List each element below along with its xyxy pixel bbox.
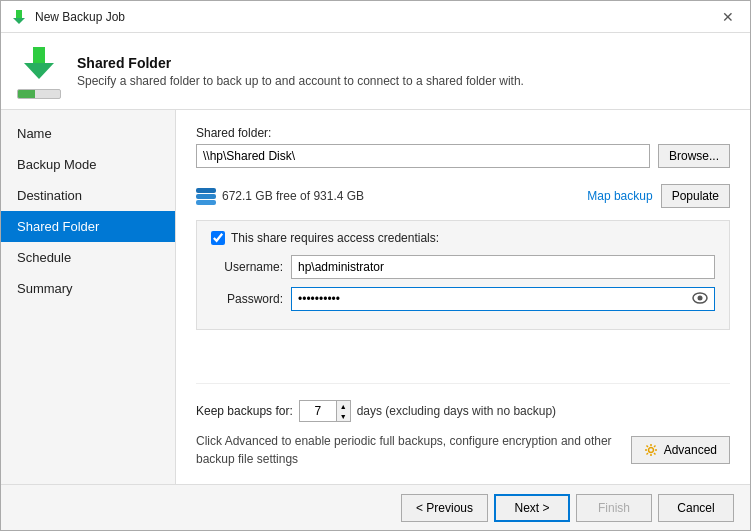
shared-folder-section: Shared folder: Browse... bbox=[196, 126, 730, 168]
header-description: Specify a shared folder to back up to an… bbox=[77, 74, 524, 88]
header-icon-wrap bbox=[17, 43, 61, 99]
disk-actions: Map backup Populate bbox=[587, 184, 730, 208]
shared-folder-input[interactable] bbox=[196, 144, 650, 168]
footer-bar: < Previous Next > Finish Cancel bbox=[1, 484, 750, 530]
sidebar-item-destination[interactable]: Destination bbox=[1, 180, 175, 211]
password-wrap bbox=[291, 287, 715, 311]
finish-button[interactable]: Finish bbox=[576, 494, 652, 522]
advanced-info-text: Click Advanced to enable periodic full b… bbox=[196, 432, 631, 468]
svg-line-13 bbox=[654, 446, 656, 448]
header-band: Shared Folder Specify a shared folder to… bbox=[1, 33, 750, 110]
disk-layers-icon bbox=[196, 188, 216, 205]
disk-info-left: 672.1 GB free of 931.4 GB bbox=[196, 188, 364, 205]
password-row: Password: bbox=[211, 287, 715, 311]
sidebar: Name Backup Mode Destination Shared Fold… bbox=[1, 110, 176, 484]
password-input[interactable] bbox=[292, 288, 686, 310]
dialog-window: New Backup Job ✕ Shared Folder Specify a… bbox=[0, 0, 751, 531]
close-button[interactable]: ✕ bbox=[716, 7, 740, 27]
populate-button[interactable]: Populate bbox=[661, 184, 730, 208]
body-area: Name Backup Mode Destination Shared Fold… bbox=[1, 110, 750, 484]
sidebar-item-summary[interactable]: Summary bbox=[1, 273, 175, 304]
disk-layer-3 bbox=[196, 200, 216, 205]
keep-backups-value[interactable] bbox=[300, 401, 336, 421]
header-text: Shared Folder Specify a shared folder to… bbox=[77, 55, 524, 88]
advanced-button[interactable]: Advanced bbox=[631, 436, 730, 464]
sidebar-item-name[interactable]: Name bbox=[1, 118, 175, 149]
sidebar-item-backup-mode[interactable]: Backup Mode bbox=[1, 149, 175, 180]
advanced-button-label: Advanced bbox=[664, 443, 717, 457]
map-backup-link[interactable]: Map backup bbox=[587, 189, 652, 203]
keep-backups-row: Keep backups for: ▲ ▼ days (excluding da… bbox=[196, 400, 730, 422]
spinner-buttons: ▲ ▼ bbox=[336, 401, 350, 421]
header-progress-bar bbox=[17, 89, 61, 99]
sidebar-item-schedule[interactable]: Schedule bbox=[1, 242, 175, 273]
svg-rect-2 bbox=[33, 47, 45, 63]
shared-folder-input-row: Browse... bbox=[196, 144, 730, 168]
username-row: Username: bbox=[211, 255, 715, 279]
disk-layer-1 bbox=[196, 188, 216, 193]
svg-line-11 bbox=[646, 446, 648, 448]
disk-info-text: 672.1 GB free of 931.4 GB bbox=[222, 189, 364, 203]
main-content: Shared folder: Browse... 67 bbox=[176, 110, 750, 484]
keep-backups-label: Keep backups for: bbox=[196, 404, 293, 418]
show-password-button[interactable] bbox=[686, 291, 714, 307]
cancel-button[interactable]: Cancel bbox=[658, 494, 734, 522]
svg-rect-0 bbox=[16, 10, 22, 18]
credentials-checkbox-row: This share requires access credentials: bbox=[211, 231, 715, 245]
previous-button[interactable]: < Previous bbox=[401, 494, 488, 522]
header-progress-fill bbox=[18, 90, 35, 98]
credentials-checkbox[interactable] bbox=[211, 231, 225, 245]
svg-marker-3 bbox=[24, 63, 54, 79]
spinner-down-button[interactable]: ▼ bbox=[337, 411, 350, 421]
credentials-checkbox-label: This share requires access credentials: bbox=[231, 231, 439, 245]
svg-point-6 bbox=[648, 448, 653, 453]
keep-backups-spinner[interactable]: ▲ ▼ bbox=[299, 400, 351, 422]
browse-button[interactable]: Browse... bbox=[658, 144, 730, 168]
title-bar: New Backup Job ✕ bbox=[1, 1, 750, 33]
username-input[interactable] bbox=[291, 255, 715, 279]
username-label: Username: bbox=[211, 260, 283, 274]
svg-line-14 bbox=[646, 453, 648, 455]
gear-icon bbox=[644, 443, 658, 457]
title-bar-text: New Backup Job bbox=[35, 10, 125, 24]
svg-point-5 bbox=[698, 296, 703, 301]
shared-folder-icon bbox=[18, 43, 60, 85]
header-title: Shared Folder bbox=[77, 55, 524, 71]
keep-backups-days-text: days (excluding days with no backup) bbox=[357, 404, 556, 418]
app-icon bbox=[11, 9, 27, 25]
spinner-up-button[interactable]: ▲ bbox=[337, 401, 350, 411]
svg-marker-1 bbox=[13, 18, 25, 24]
svg-line-12 bbox=[654, 453, 656, 455]
bottom-section: Keep backups for: ▲ ▼ days (excluding da… bbox=[196, 383, 730, 468]
next-button[interactable]: Next > bbox=[494, 494, 570, 522]
disk-info-row: 672.1 GB free of 931.4 GB Map backup Pop… bbox=[196, 184, 730, 208]
password-label: Password: bbox=[211, 292, 283, 306]
shared-folder-label: Shared folder: bbox=[196, 126, 730, 140]
credentials-section: This share requires access credentials: … bbox=[196, 220, 730, 330]
disk-layer-2 bbox=[196, 194, 216, 199]
eye-icon bbox=[692, 292, 708, 304]
title-bar-left: New Backup Job bbox=[11, 9, 125, 25]
advanced-info-row: Click Advanced to enable periodic full b… bbox=[196, 432, 730, 468]
sidebar-item-shared-folder[interactable]: Shared Folder bbox=[1, 211, 175, 242]
